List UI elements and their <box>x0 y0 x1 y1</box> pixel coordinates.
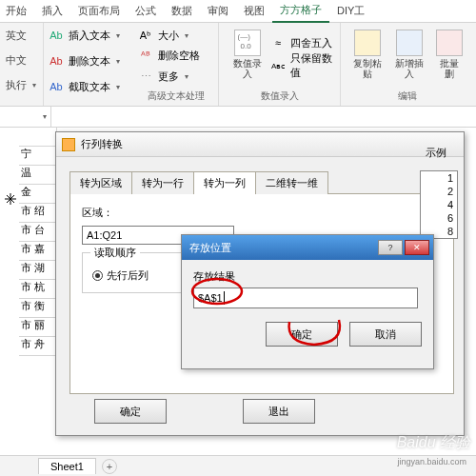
dialog-title: 存放位置 <box>186 241 231 255</box>
convert-tab-3[interactable]: 二维转一维 <box>255 171 328 194</box>
cell[interactable]: 市 舟 <box>19 337 57 356</box>
chevron-down-icon: ▾ <box>32 81 36 89</box>
ribbon-group-text-more: Aᵇ大小▾ ᴬᴮ删除空格 ⋯更多▾ 高级文本处理 <box>133 23 219 106</box>
delete-space-button[interactable]: ᴬᴮ删除空格 <box>139 47 212 66</box>
numeric-input-button[interactable]: (—)0.0 数值录入 <box>225 26 269 83</box>
formula-bar: ▾ <box>0 107 476 128</box>
close-button[interactable]: ✕ <box>405 240 429 255</box>
example-item: 2 <box>421 185 457 198</box>
clipboard-icon <box>354 30 381 56</box>
example-item: 1 <box>421 171 457 185</box>
ribbon-tab-3[interactable]: 公式 <box>128 0 164 22</box>
round-icon: ≈ <box>271 36 285 50</box>
chevron-down-icon: ▾ <box>116 57 120 66</box>
save-location-dialog: 存放位置 ? ✕ 存放结果 $A$1 确定 取消 <box>181 234 434 369</box>
ribbon-group-text-ops: Ab插入文本▾ Ab删除文本▾ Ab截取文本▾ <box>44 23 133 106</box>
name-box[interactable]: ▾ <box>0 107 51 127</box>
ribbon-group-exec: 英文 中文 执行▾ <box>0 23 44 106</box>
delete-text-icon: Ab <box>50 54 63 68</box>
more-button[interactable]: ⋯更多▾ <box>139 67 212 86</box>
add-sheet-button[interactable]: + <box>102 459 117 474</box>
text-cursor <box>224 291 225 305</box>
convert-tab-1[interactable]: 转为一行 <box>131 171 194 194</box>
lbl-exec[interactable]: 执行 <box>6 78 27 92</box>
case-button[interactable]: Aᵇ大小▾ <box>139 26 212 45</box>
round-button[interactable]: ≈四舍五入 <box>271 33 334 52</box>
result-input[interactable]: $A$1 <box>193 288 418 308</box>
cell[interactable]: 市 台 <box>19 223 57 242</box>
ribbon-tab-6[interactable]: 视图 <box>236 0 272 22</box>
add-insert-button[interactable]: 新增插入 <box>388 26 430 83</box>
dialog-titlebar[interactable]: 存放位置 ? ✕ <box>182 235 433 260</box>
chevron-down-icon: ▾ <box>116 31 120 40</box>
chevron-down-icon: ▾ <box>116 83 120 91</box>
ribbon: 英文 中文 执行▾ Ab插入文本▾ Ab删除文本▾ Ab截取文本▾ Aᵇ大小▾ … <box>0 23 476 107</box>
ribbon-group-numeric: (—)0.0 数值录入 ≈四舍五入 Aʙᴄ只保留数值 数值录入 <box>219 23 341 106</box>
keep-numeric-button[interactable]: Aʙᴄ只保留数值 <box>271 56 334 75</box>
cell[interactable]: 市 嘉 <box>19 242 57 261</box>
exit-button[interactable]: 退出 <box>243 399 315 424</box>
numeric-input-icon: (—)0.0 <box>234 30 261 56</box>
delete-space-icon: ᴬᴮ <box>139 50 152 63</box>
dialog-cancel-button[interactable]: 取消 <box>349 322 422 347</box>
help-button[interactable]: ? <box>378 240 403 255</box>
group-legend: 读取顺序 <box>90 246 140 260</box>
cut-text-button[interactable]: Ab截取文本▾ <box>50 77 128 96</box>
range-label: 区域： <box>82 206 442 220</box>
cell[interactable]: 宁 <box>19 147 57 166</box>
copy-paste-button[interactable]: 复制粘贴 <box>347 26 388 83</box>
example-item: 4 <box>421 198 457 211</box>
ribbon-tab-8[interactable]: DIY工 <box>329 0 372 22</box>
sheet-tab-1[interactable]: Sheet1 <box>38 458 96 474</box>
chevron-down-icon: ▾ <box>43 112 47 121</box>
cell[interactable]: 市 湖 <box>19 261 57 280</box>
ribbon-tab-0[interactable]: 开始 <box>4 0 34 22</box>
cell[interactable]: 市 杭 <box>19 280 57 299</box>
cursor-icon <box>2 190 19 209</box>
example-label: 示例 <box>426 146 446 160</box>
ribbon-tabs: 开始插入页面布局公式数据审阅视图方方格子DIY工 <box>0 0 476 23</box>
convert-tab-2[interactable]: 转为一列 <box>193 171 256 194</box>
insert-text-icon: Ab <box>50 29 63 42</box>
batch-delete-button[interactable]: 批量删 <box>430 26 468 83</box>
example-item: 6 <box>421 211 457 225</box>
group-title-numeric: 数值录入 <box>225 89 334 103</box>
group-title-text: 高级文本处理 <box>139 89 212 103</box>
convert-tab-0[interactable]: 转为区域 <box>69 171 132 194</box>
result-label: 存放结果 <box>193 269 422 284</box>
ribbon-tab-7[interactable]: 方方格子 <box>272 0 329 23</box>
table-add-icon <box>396 30 423 56</box>
cell[interactable]: 金 <box>19 185 57 204</box>
insert-text-button[interactable]: Ab插入文本▾ <box>50 26 128 45</box>
cell[interactable]: 市 绍 <box>19 204 57 223</box>
ribbon-tab-1[interactable]: 插入 <box>34 0 70 22</box>
keep-numeric-icon: Aʙᴄ <box>271 59 285 72</box>
lbl-english[interactable]: 英文 <box>6 29 27 43</box>
group-title-edit: 编辑 <box>347 89 468 103</box>
delete-text-button[interactable]: Ab删除文本▾ <box>50 51 128 70</box>
lbl-chinese[interactable]: 中文 <box>6 53 27 68</box>
cell[interactable]: 市 衡 <box>19 299 57 318</box>
tab-control: 转为区域转为一行转为一列二维转一维 <box>69 170 454 194</box>
table-delete-icon <box>436 30 463 56</box>
dialog-ok-button[interactable]: 确定 <box>266 322 338 347</box>
case-icon: Aᵇ <box>139 29 152 42</box>
cell[interactable] <box>19 128 57 147</box>
radio-icon <box>92 270 103 281</box>
watermark: Baidu 经验 <box>397 433 470 453</box>
cut-text-icon: Ab <box>50 80 63 93</box>
cell[interactable]: 市 丽 <box>19 318 57 337</box>
ribbon-tab-2[interactable]: 页面布局 <box>70 0 128 22</box>
window-titlebar[interactable]: 行列转换 <box>56 132 464 157</box>
example-list: 12468 <box>420 170 458 239</box>
worksheet-cells[interactable]: 宁温金市 绍市 台市 嘉市 湖市 杭市 衡市 丽市 舟 <box>19 128 57 455</box>
ribbon-tab-5[interactable]: 审阅 <box>200 0 236 22</box>
ok-button[interactable]: 确定 <box>94 399 167 424</box>
ribbon-group-edit: 复制粘贴 新增插入 批量删 编辑 <box>341 23 474 106</box>
watermark-sub: jingyan.baidu.com <box>397 457 466 466</box>
window-icon <box>62 138 75 151</box>
more-icon: ⋯ <box>139 69 152 83</box>
ribbon-tab-4[interactable]: 数据 <box>164 0 200 22</box>
window-title: 行列转换 <box>81 137 123 151</box>
cell[interactable]: 温 <box>19 166 57 185</box>
